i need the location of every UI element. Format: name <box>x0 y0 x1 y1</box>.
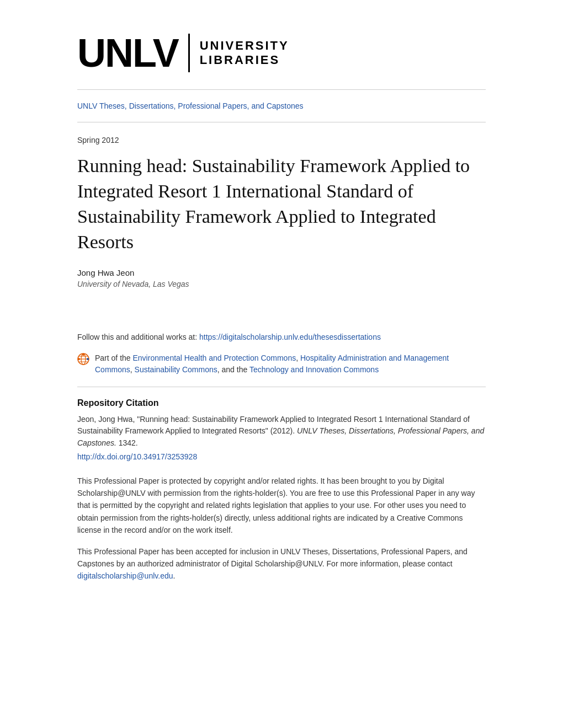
notice-accepted: This Professional Paper has been accepte… <box>77 545 486 582</box>
svg-point-7 <box>78 358 80 360</box>
notice-accepted-text: This Professional Paper has been accepte… <box>77 547 468 568</box>
email-link[interactable]: digitalscholarship@unlv.edu <box>77 571 173 580</box>
follow-prefix: Follow this and additional works at: <box>77 333 199 341</box>
logo-university-libraries: UNIVERSITY LIBRARIES <box>200 39 289 68</box>
logo-vertical-divider <box>188 34 190 72</box>
part-of-prefix: Part of the <box>95 354 132 362</box>
follow-link[interactable]: https://digitalscholarship.unlv.edu/thes… <box>199 333 381 341</box>
breadcrumb-divider <box>77 122 486 122</box>
publication-date: Spring 2012 <box>77 136 486 144</box>
notice-copyright: This Professional Paper is protected by … <box>77 475 486 537</box>
unlv-wordmark: UNLV <box>77 33 178 73</box>
unlv-logo: UNLV UNIVERSITY LIBRARIES <box>77 33 486 73</box>
svg-point-6 <box>87 358 89 360</box>
notice-suffix: . <box>173 571 176 580</box>
repository-citation-heading: Repository Citation <box>77 398 486 408</box>
and-the: , and the <box>217 365 249 374</box>
author-affiliation: University of Nevada, Las Vegas <box>77 280 486 288</box>
notices-section: This Professional Paper is protected by … <box>77 475 486 582</box>
logo-university-text: UNIVERSITY <box>200 39 289 53</box>
author-name: Jong Hwa Jeon <box>77 268 486 277</box>
svg-point-5 <box>82 354 84 356</box>
comma2: , <box>130 365 135 374</box>
part-of-section: Part of the Environmental Health and Pro… <box>77 352 486 376</box>
doi-link[interactable]: http://dx.doi.org/10.34917/3253928 <box>77 452 197 461</box>
part-of-text: Part of the Environmental Health and Pro… <box>95 352 486 376</box>
technology-innovation-link[interactable]: Technology and Innovation Commons <box>249 365 379 374</box>
sustainability-link[interactable]: Sustainability Commons <box>135 365 217 374</box>
breadcrumb-link[interactable]: UNLV Theses, Dissertations, Professional… <box>77 101 304 110</box>
breadcrumb: UNLV Theses, Dissertations, Professional… <box>77 101 486 111</box>
follow-section: Follow this and additional works at: htt… <box>77 333 486 341</box>
logo-section: UNLV UNIVERSITY LIBRARIES <box>77 33 486 73</box>
logo-libraries-text: LIBRARIES <box>200 53 289 67</box>
top-divider <box>77 89 486 90</box>
paper-title: Running head: Sustainability Framework A… <box>77 153 486 255</box>
comma1: , <box>296 354 300 362</box>
network-icon <box>77 353 89 365</box>
citation-body: Jeon, Jong Hwa, "Running head: Sustainab… <box>77 414 486 449</box>
citation-number: 1342. <box>119 438 138 447</box>
mid-divider <box>77 387 486 387</box>
repository-citation-section: Repository Citation Jeon, Jong Hwa, "Run… <box>77 398 486 462</box>
environmental-health-link[interactable]: Environmental Health and Protection Comm… <box>132 354 296 362</box>
